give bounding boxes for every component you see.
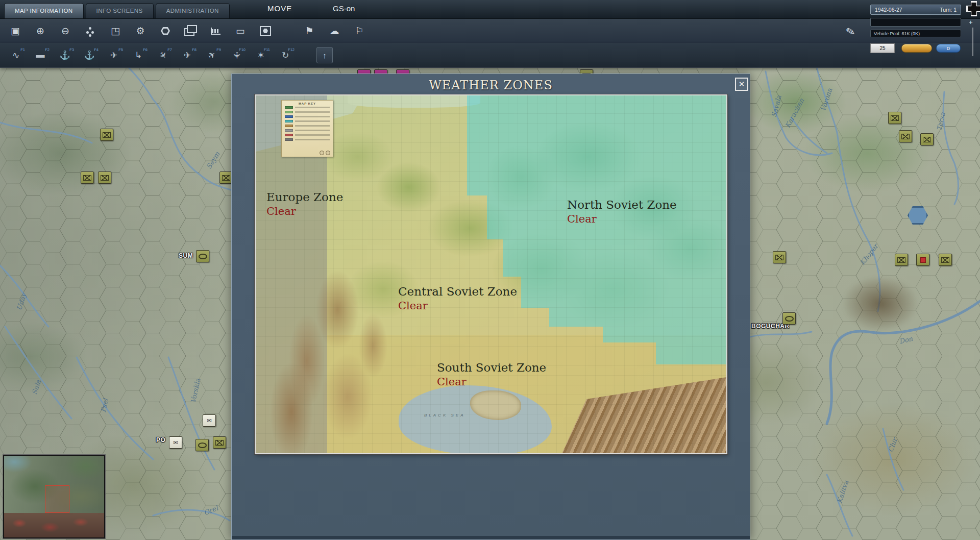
fkey-f6-button[interactable]: ↳F6: [128, 47, 149, 63]
zone-label-europe-zone: Europe ZoneClear: [266, 190, 343, 218]
fkey-f10-button[interactable]: ✈F10: [226, 47, 247, 63]
fkey-buttons: ∿F1▬F2⚓F3⚓F4✈F5↳F6✈F7✈F8✈F9✈F10✶F11↻F12: [5, 47, 296, 63]
map-key-stamp-icon: [320, 151, 324, 155]
fkey-f8-button[interactable]: ✈F8: [177, 47, 198, 63]
jump-box-button[interactable]: ◳: [106, 22, 125, 39]
blue-button-label: D: [947, 46, 950, 51]
fkey-f7-button[interactable]: ✈F7: [152, 47, 174, 63]
chart-button[interactable]: [206, 22, 225, 39]
fkey-label: F1: [20, 47, 25, 52]
fkey-f2-button[interactable]: ▬F2: [30, 47, 51, 63]
infantry-symbol-icon: [897, 257, 905, 263]
map-key-row: [282, 119, 333, 124]
units-cluster-icon: [86, 27, 94, 36]
settings-gear-button[interactable]: ⚙: [131, 22, 150, 39]
gs-toggle[interactable]: GS-on: [333, 4, 355, 13]
tab-info-screens[interactable]: INFO SCREENS: [86, 3, 154, 18]
weather-icon: ☁: [330, 25, 339, 37]
unit-counter[interactable]: [196, 250, 209, 262]
unit-counter[interactable]: [920, 133, 934, 145]
unit-counter[interactable]: [899, 130, 912, 142]
units-cluster-button[interactable]: [81, 22, 100, 39]
unit-counter[interactable]: [888, 112, 901, 124]
zoom-in-button[interactable]: ⊕: [31, 22, 50, 39]
dialog-title: WEATHER ZONES: [232, 78, 750, 92]
jump-box-icon: ◳: [111, 25, 120, 37]
fkey-label: F9: [216, 47, 221, 52]
map-key-swatch: [285, 125, 293, 127]
unit-counter[interactable]: [213, 436, 226, 449]
zoom-out-button[interactable]: ⊖: [56, 22, 75, 39]
counters-stack-button[interactable]: [181, 22, 200, 39]
hex-grid-button[interactable]: [256, 22, 275, 39]
up-level-button[interactable]: ↑: [316, 47, 333, 63]
zoom-slider[interactable]: [972, 28, 973, 56]
zoom-plus-icon[interactable]: +: [969, 18, 973, 26]
unit-counter[interactable]: ✉: [169, 436, 182, 449]
battle-smudge: [842, 276, 919, 332]
depot-symbol-icon: ✉: [207, 418, 211, 424]
mode-label[interactable]: MOVE: [267, 4, 292, 13]
unit-counter[interactable]: [773, 251, 786, 263]
fkey-f9-button[interactable]: ✈F9: [201, 47, 223, 63]
depot-symbol-icon: ✉: [173, 440, 178, 446]
unit-counter[interactable]: [939, 254, 952, 266]
close-button[interactable]: ✕: [735, 78, 748, 91]
map-key-entry-text: [295, 134, 330, 136]
unit-counter[interactable]: [81, 171, 94, 184]
zone-status: Clear: [567, 213, 677, 225]
fkey-f11-button[interactable]: ✶F11: [250, 47, 272, 63]
fkey-label: F12: [288, 47, 295, 52]
flag-button[interactable]: ⚑: [300, 22, 318, 39]
edit-button[interactable]: ✎: [840, 21, 861, 42]
unit-counter[interactable]: [195, 439, 209, 451]
message-box[interactable]: [870, 18, 961, 27]
unit-counter[interactable]: ✉: [203, 414, 216, 427]
up-arrow-icon: ↑: [323, 51, 327, 60]
f10-icon: ✈: [231, 52, 242, 59]
f1-icon: ∿: [12, 50, 19, 61]
unit-counter[interactable]: [895, 254, 908, 266]
minimap-viewport[interactable]: [45, 485, 69, 513]
zone-name: North Soviet Zone: [567, 198, 677, 211]
fkey-f5-button[interactable]: ✈F5: [103, 47, 125, 63]
unit-counter[interactable]: [98, 171, 111, 184]
signal-flag-button[interactable]: ⚐: [350, 22, 369, 39]
zone-label-north-soviet-zone: North Soviet ZoneClear: [567, 198, 677, 226]
f3-icon: ⚓: [59, 50, 70, 61]
blue-action-button[interactable]: D: [936, 44, 961, 53]
fkey-f4-button[interactable]: ⚓F4: [79, 47, 100, 63]
unit-counter[interactable]: [782, 312, 796, 325]
f6-icon: ↳: [135, 50, 142, 61]
zone-name: Central Soviet Zone: [398, 285, 517, 298]
fkey-f3-button[interactable]: ⚓F3: [54, 47, 76, 63]
infantry-symbol-icon: [215, 440, 224, 446]
map-key-entry-text: [295, 125, 330, 127]
tab-map-information[interactable]: MAP INFORMATION: [4, 3, 84, 18]
game-date: 1942-06-27: [875, 7, 902, 13]
map-key-entry-text: [295, 130, 330, 131]
unit-counter[interactable]: [100, 129, 113, 141]
hex-toggle-button[interactable]: [156, 22, 175, 39]
zoom-level-box[interactable]: 25: [870, 43, 895, 53]
map-key-stamps: [320, 151, 330, 155]
fkey-label: F4: [94, 47, 99, 52]
map-key-row: [282, 137, 333, 142]
unit-counter[interactable]: [916, 254, 929, 266]
fkey-f12-button[interactable]: ↻F12: [275, 47, 296, 63]
fkey-label: F2: [45, 47, 50, 52]
minimap[interactable]: [3, 455, 105, 538]
map-key-entry-text: [295, 139, 330, 140]
map-key-row: [282, 110, 333, 114]
zone-status: Clear: [266, 205, 343, 217]
settings-gear-icon: ⚙: [136, 25, 144, 37]
infantry-symbol-icon: [941, 257, 949, 263]
frame-button[interactable]: ▭: [231, 22, 250, 39]
weather-button[interactable]: ☁: [325, 22, 344, 39]
tab-administration[interactable]: ADMINISTRATION: [156, 3, 230, 18]
yellow-action-button[interactable]: [901, 44, 932, 53]
f2-icon: ▬: [36, 50, 45, 60]
fkey-f1-button[interactable]: ∿F1: [5, 47, 27, 63]
map-key-row: [282, 124, 333, 128]
windows-button[interactable]: ▣: [6, 22, 24, 39]
